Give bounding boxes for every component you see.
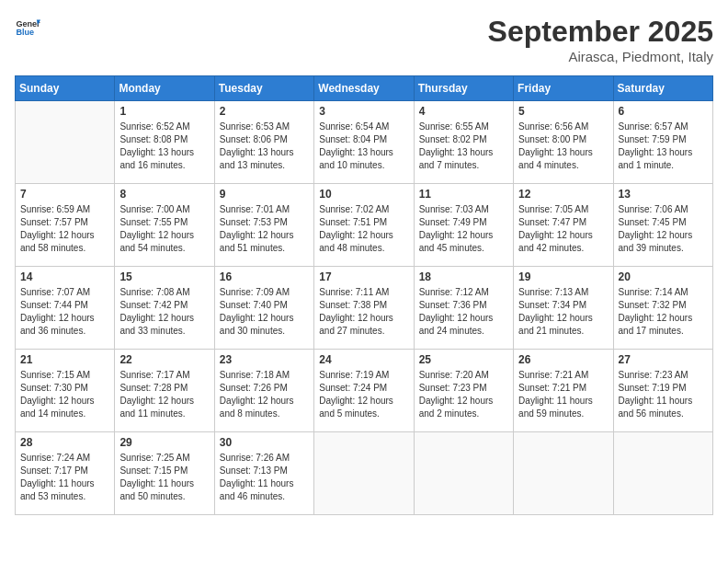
calendar-cell: 7Sunrise: 6:59 AM Sunset: 7:57 PM Daylig…	[16, 184, 115, 267]
day-number: 19	[518, 270, 608, 283]
calendar-cell: 18Sunrise: 7:12 AM Sunset: 7:36 PM Dayli…	[414, 267, 513, 350]
day-info: Sunrise: 6:55 AM Sunset: 8:02 PM Dayligh…	[419, 121, 508, 172]
day-info: Sunrise: 7:07 AM Sunset: 7:44 PM Dayligh…	[20, 286, 109, 338]
calendar-cell: 12Sunrise: 7:05 AM Sunset: 7:47 PM Dayli…	[514, 184, 613, 267]
day-info: Sunrise: 6:52 AM Sunset: 8:08 PM Dayligh…	[119, 121, 209, 172]
day-info: Sunrise: 6:59 AM Sunset: 7:57 PM Dayligh…	[20, 203, 109, 255]
day-info: Sunrise: 6:53 AM Sunset: 8:06 PM Dayligh…	[220, 121, 309, 172]
day-number: 27	[619, 353, 708, 366]
calendar-cell: 2Sunrise: 6:53 AM Sunset: 8:06 PM Daylig…	[214, 101, 313, 184]
calendar-cell: 22Sunrise: 7:17 AM Sunset: 7:28 PM Dayli…	[115, 350, 214, 432]
calendar-table: SundayMondayTuesdayWednesdayThursdayFrid…	[15, 75, 713, 515]
day-info: Sunrise: 7:26 AM Sunset: 7:13 PM Dayligh…	[220, 452, 309, 503]
day-number: 24	[319, 353, 408, 366]
calendar-cell: 20Sunrise: 7:14 AM Sunset: 7:32 PM Dayli…	[613, 267, 712, 350]
day-info: Sunrise: 7:02 AM Sunset: 7:51 PM Dayligh…	[319, 203, 408, 255]
day-info: Sunrise: 7:18 AM Sunset: 7:26 PM Dayligh…	[220, 369, 309, 420]
day-info: Sunrise: 7:13 AM Sunset: 7:34 PM Dayligh…	[518, 286, 608, 338]
day-number: 13	[619, 188, 708, 201]
day-number: 11	[419, 188, 508, 201]
calendar-cell: 29Sunrise: 7:25 AM Sunset: 7:15 PM Dayli…	[115, 432, 214, 515]
day-info: Sunrise: 7:17 AM Sunset: 7:28 PM Dayligh…	[119, 369, 209, 420]
calendar-cell: 6Sunrise: 6:57 AM Sunset: 7:59 PM Daylig…	[613, 101, 712, 184]
calendar-cell	[314, 432, 414, 515]
calendar-cell: 3Sunrise: 6:54 AM Sunset: 8:04 PM Daylig…	[314, 101, 414, 184]
calendar-cell: 9Sunrise: 7:01 AM Sunset: 7:53 PM Daylig…	[214, 184, 313, 267]
day-info: Sunrise: 7:15 AM Sunset: 7:30 PM Dayligh…	[20, 369, 109, 420]
day-info: Sunrise: 7:03 AM Sunset: 7:49 PM Dayligh…	[419, 203, 508, 255]
calendar-cell: 27Sunrise: 7:23 AM Sunset: 7:19 PM Dayli…	[613, 350, 712, 432]
day-info: Sunrise: 7:01 AM Sunset: 7:53 PM Dayligh…	[220, 203, 309, 255]
day-number: 21	[20, 353, 109, 366]
location-subtitle: Airasca, Piedmont, Italy	[488, 49, 713, 64]
day-number: 26	[518, 353, 608, 366]
day-info: Sunrise: 7:24 AM Sunset: 7:17 PM Dayligh…	[20, 452, 109, 503]
calendar-cell: 4Sunrise: 6:55 AM Sunset: 8:02 PM Daylig…	[414, 101, 513, 184]
title-block: September 2025 Airasca, Piedmont, Italy	[488, 15, 713, 64]
day-number: 3	[319, 105, 408, 118]
page-header: General Blue September 2025 Airasca, Pie…	[15, 15, 713, 64]
day-number: 10	[319, 188, 408, 201]
calendar-cell: 13Sunrise: 7:06 AM Sunset: 7:45 PM Dayli…	[613, 184, 712, 267]
calendar-cell: 21Sunrise: 7:15 AM Sunset: 7:30 PM Dayli…	[16, 350, 115, 432]
day-info: Sunrise: 6:57 AM Sunset: 7:59 PM Dayligh…	[619, 121, 708, 172]
day-info: Sunrise: 7:08 AM Sunset: 7:42 PM Dayligh…	[119, 286, 209, 338]
day-number: 17	[319, 270, 408, 283]
logo: General Blue	[15, 15, 40, 44]
weekday-header-thursday: Thursday	[414, 76, 513, 101]
day-number: 9	[220, 188, 309, 201]
day-number: 16	[220, 270, 309, 283]
calendar-cell: 10Sunrise: 7:02 AM Sunset: 7:51 PM Dayli…	[314, 184, 414, 267]
weekday-header-saturday: Saturday	[613, 76, 712, 101]
calendar-cell	[514, 432, 613, 515]
day-info: Sunrise: 6:56 AM Sunset: 8:00 PM Dayligh…	[518, 121, 608, 172]
day-info: Sunrise: 7:21 AM Sunset: 7:21 PM Dayligh…	[518, 369, 608, 420]
day-info: Sunrise: 7:06 AM Sunset: 7:45 PM Dayligh…	[619, 203, 708, 255]
day-number: 7	[20, 188, 109, 201]
month-title: September 2025	[488, 15, 713, 49]
day-info: Sunrise: 7:12 AM Sunset: 7:36 PM Dayligh…	[419, 286, 508, 338]
day-number: 25	[419, 353, 508, 366]
day-number: 12	[518, 188, 608, 201]
calendar-cell: 8Sunrise: 7:00 AM Sunset: 7:55 PM Daylig…	[115, 184, 214, 267]
day-info: Sunrise: 7:19 AM Sunset: 7:24 PM Dayligh…	[319, 369, 408, 420]
weekday-header-sunday: Sunday	[16, 76, 115, 101]
calendar-cell: 11Sunrise: 7:03 AM Sunset: 7:49 PM Dayli…	[414, 184, 513, 267]
day-number: 28	[20, 436, 109, 449]
calendar-cell: 30Sunrise: 7:26 AM Sunset: 7:13 PM Dayli…	[214, 432, 313, 515]
day-number: 20	[619, 270, 708, 283]
calendar-cell: 17Sunrise: 7:11 AM Sunset: 7:38 PM Dayli…	[314, 267, 414, 350]
weekday-header-friday: Friday	[514, 76, 613, 101]
logo-icon: General Blue	[15, 15, 40, 40]
svg-text:Blue: Blue	[16, 28, 34, 37]
day-info: Sunrise: 7:20 AM Sunset: 7:23 PM Dayligh…	[419, 369, 508, 420]
day-info: Sunrise: 7:09 AM Sunset: 7:40 PM Dayligh…	[220, 286, 309, 338]
day-number: 8	[119, 188, 209, 201]
day-number: 1	[119, 105, 209, 118]
day-info: Sunrise: 7:23 AM Sunset: 7:19 PM Dayligh…	[619, 369, 708, 420]
calendar-cell	[16, 101, 115, 184]
day-number: 15	[119, 270, 209, 283]
calendar-cell: 26Sunrise: 7:21 AM Sunset: 7:21 PM Dayli…	[514, 350, 613, 432]
calendar-cell: 24Sunrise: 7:19 AM Sunset: 7:24 PM Dayli…	[314, 350, 414, 432]
day-number: 29	[119, 436, 209, 449]
calendar-cell: 25Sunrise: 7:20 AM Sunset: 7:23 PM Dayli…	[414, 350, 513, 432]
calendar-cell: 5Sunrise: 6:56 AM Sunset: 8:00 PM Daylig…	[514, 101, 613, 184]
weekday-header-monday: Monday	[115, 76, 214, 101]
weekday-header-tuesday: Tuesday	[214, 76, 313, 101]
weekday-header-wednesday: Wednesday	[314, 76, 414, 101]
calendar-cell: 16Sunrise: 7:09 AM Sunset: 7:40 PM Dayli…	[214, 267, 313, 350]
day-number: 2	[220, 105, 309, 118]
calendar-cell	[414, 432, 513, 515]
calendar-cell: 1Sunrise: 6:52 AM Sunset: 8:08 PM Daylig…	[115, 101, 214, 184]
calendar-cell: 14Sunrise: 7:07 AM Sunset: 7:44 PM Dayli…	[16, 267, 115, 350]
day-info: Sunrise: 7:14 AM Sunset: 7:32 PM Dayligh…	[619, 286, 708, 338]
calendar-cell: 28Sunrise: 7:24 AM Sunset: 7:17 PM Dayli…	[16, 432, 115, 515]
calendar-header-row: SundayMondayTuesdayWednesdayThursdayFrid…	[16, 76, 713, 101]
day-number: 30	[220, 436, 309, 449]
day-info: Sunrise: 7:00 AM Sunset: 7:55 PM Dayligh…	[119, 203, 209, 255]
day-info: Sunrise: 7:25 AM Sunset: 7:15 PM Dayligh…	[119, 452, 209, 503]
day-number: 22	[119, 353, 209, 366]
day-number: 18	[419, 270, 508, 283]
day-number: 4	[419, 105, 508, 118]
